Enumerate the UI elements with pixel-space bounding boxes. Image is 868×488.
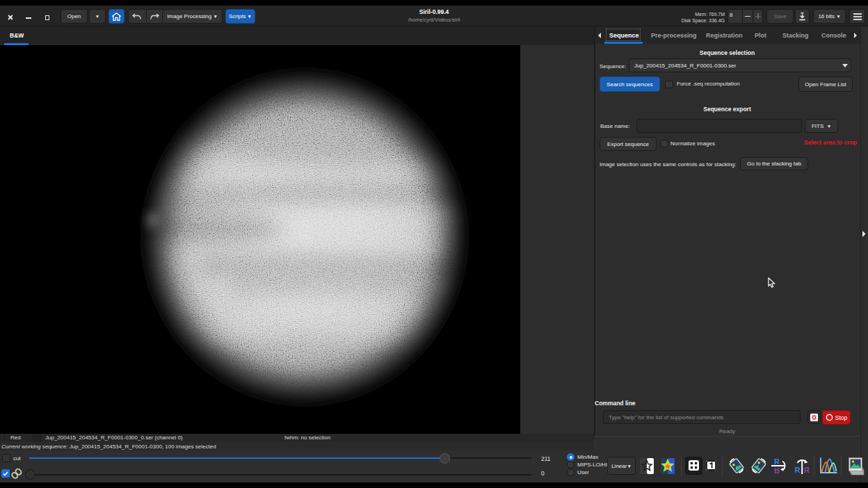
svg-text:R: R [774, 466, 780, 475]
svg-text:R: R [803, 466, 809, 474]
svg-text:R: R [795, 466, 801, 474]
svg-text:R: R [774, 457, 780, 466]
